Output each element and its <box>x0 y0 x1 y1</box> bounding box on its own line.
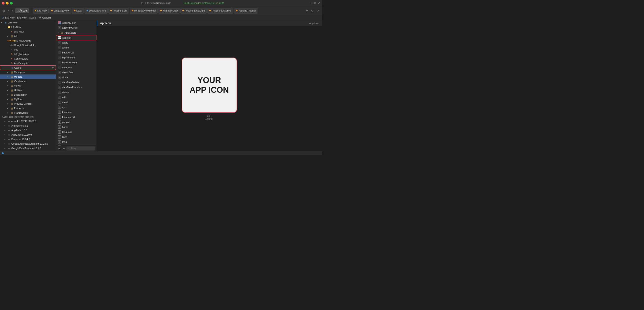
breadcrumb-appicon[interactable]: ⊟ AppIcon <box>39 16 51 19</box>
sidebar-item-lifenewapp[interactable]: S Life_NewApp <box>0 52 56 56</box>
asset-item-google[interactable]: ◉ google <box>56 120 96 125</box>
split-icon[interactable]: ⧉ <box>314 1 316 5</box>
tab-local[interactable]: Local <box>72 8 84 13</box>
tab-myspaceview[interactable]: MySpaceView <box>158 8 180 13</box>
image-icon: ✕ <box>58 76 61 79</box>
asset-item-language[interactable]: ◻ language <box>56 130 96 135</box>
nav-forward-button[interactable]: › <box>11 8 14 13</box>
asset-item-bgpremium[interactable]: — bgPremium <box>56 55 96 60</box>
sidebar-item-googlemobileads[interactable]: ◈ GoogleMobileAds 11.3.0 <box>0 151 56 151</box>
asset-item-lines[interactable]: — lines <box>56 135 96 140</box>
asset-item-addwithcircle[interactable]: ⊕ addWithCircle <box>56 25 96 30</box>
pkg-icon: ◈ <box>8 129 10 132</box>
status-indicator <box>2 152 4 154</box>
sidebar-item-preview-content[interactable]: ▤ Preview Content <box>0 102 56 106</box>
asset-item-appcolors[interactable]: ▸ ▤ AppColors <box>56 30 96 35</box>
sidebar-item-lifenew-swift[interactable]: S Life-New <box>0 29 56 34</box>
sidebar-item-products[interactable]: ▤ Products <box>0 106 56 111</box>
sidebar-item-info[interactable]: i Info <box>0 47 56 52</box>
sidebar-item-alamofire[interactable]: ◈ Alamofire 5.9.1 <box>0 123 56 128</box>
appicon-text-line1: YOUR <box>198 75 221 85</box>
sidebar-item-assets[interactable]: ◻ Assets M <box>0 65 56 70</box>
asset-item-article[interactable]: ◻ article <box>56 45 96 50</box>
sidebar-item-appdelegate[interactable]: S AppDelegate <box>0 61 56 65</box>
expand-arrow <box>7 80 10 82</box>
breadcrumb-lifenew1[interactable]: Life-New <box>5 16 14 19</box>
image-icon: — <box>58 51 61 54</box>
close-button[interactable] <box>2 2 4 4</box>
asset-item-bluepremium[interactable]: — bluePremium <box>56 60 96 65</box>
add-tab-icon[interactable]: + <box>310 1 312 5</box>
asset-item-darkbluedelete[interactable]: ◻ darkBlueDelete <box>56 80 96 85</box>
pkg-icon: ◈ <box>8 120 10 123</box>
tab-poppins-light[interactable]: Poppins-Light <box>108 8 129 13</box>
minimize-button[interactable] <box>6 2 8 4</box>
sidebar-item-firebase[interactable]: ◈ Firebase 10.24.0 <box>0 137 56 142</box>
asset-item-appicon[interactable]: APP AppIcon <box>56 35 96 40</box>
nav-back-button[interactable]: ‹ <box>7 8 10 13</box>
asset-item-accentcolor[interactable]: AccentColor <box>56 20 96 25</box>
tab-poppins-extrabold[interactable]: Poppins-ExtraBold <box>207 8 234 13</box>
image-icon: ◻ <box>58 96 61 99</box>
fullscreen-icon[interactable]: ⤢ <box>318 1 320 5</box>
remove-asset-button[interactable]: − <box>62 147 66 150</box>
asset-item-email[interactable]: ◻ email <box>56 100 96 105</box>
tab-localizable[interactable]: Localizable (en) <box>84 8 108 13</box>
sidebar-item-contentview[interactable]: S ContentView <box>0 56 56 61</box>
sidebar-item-googleappmeasurement[interactable]: ◈ GoogleAppMeasurement 10.24.0 <box>0 142 56 146</box>
filter-icon: ⌕ <box>68 147 69 150</box>
add-asset-button[interactable]: + <box>58 147 61 150</box>
split-view-button[interactable]: ⧉ <box>310 8 315 13</box>
square-icon[interactable]: ⊡ <box>141 1 144 5</box>
toolbar-separator <box>31 8 31 13</box>
sidebar-item-localization[interactable]: ▤ Localization <box>0 93 56 97</box>
sidebar-item-views[interactable]: ▤ Views <box>0 83 56 88</box>
tab-life-new[interactable]: Life-New <box>33 8 48 13</box>
maximize-button[interactable] <box>10 2 13 4</box>
sidebar-item-appauth[interactable]: ◈ AppAuth 1.7.5 <box>0 128 56 133</box>
sidebar-item-frameworks[interactable]: ▤ Frameworks <box>0 111 56 115</box>
add-tab-button[interactable]: + <box>305 8 309 13</box>
tab-poppins-extralight[interactable]: Poppins-ExtraLight <box>180 8 207 13</box>
sidebar-item-viewmodel[interactable]: ▤ ViewModel <box>0 79 56 83</box>
sidebar-item-abseil[interactable]: ◈ abseil 1.2024011601.1 <box>0 119 56 123</box>
zoom-button[interactable]: ⤢ <box>316 8 321 13</box>
breadcrumb-lifenew2[interactable]: Life-New <box>17 16 26 19</box>
breadcrumb-assets[interactable]: Assets <box>29 16 36 19</box>
asset-item-category[interactable]: ◻ category <box>56 65 96 70</box>
sidebar-item-lifenew-folder[interactable]: 📁 Life-New <box>0 25 56 29</box>
asset-item-backarrow[interactable]: — backArrow <box>56 50 96 55</box>
sidebar-item-googleservice[interactable]: plist GoogleService-Info <box>0 43 56 47</box>
asset-item-favouritefill[interactable]: ◻ favouriteFill <box>56 115 96 120</box>
tab-languageview[interactable]: LanguageView <box>49 8 71 13</box>
sidebar-item-ad[interactable]: ▤ Ad <box>0 34 56 38</box>
asset-item-delete[interactable]: ◻ delete <box>56 90 96 95</box>
sidebar-item-myfont[interactable]: ▤ MyFont <box>0 97 56 102</box>
asset-item-eye[interactable]: ◻ eye <box>56 105 96 110</box>
image-icon: — <box>58 86 61 89</box>
modified-badge: M <box>52 67 54 69</box>
toolbar: ⊞ ‹ › ◻ Assets Life-New LanguageView Loc… <box>0 6 322 15</box>
tab-myspaceviewmodel[interactable]: MySpaceViewModel <box>130 8 158 13</box>
sidebar-item-appcheck[interactable]: ◈ AppCheck 10.19.0 <box>0 133 56 137</box>
asset-item-home[interactable]: ◻ home <box>56 125 96 130</box>
traffic-lights <box>2 2 13 4</box>
filter-input[interactable] <box>70 147 94 151</box>
sidebar-toggle-button[interactable]: ⊞ <box>1 8 6 13</box>
asset-item-edit[interactable]: ◻ edit <box>56 95 96 100</box>
sidebar-item-managers[interactable]: ▤ Managers <box>0 70 56 74</box>
sidebar-item-debug[interactable]: xcassets Life-NewDebug <box>0 38 56 43</box>
asset-item-favourite[interactable]: ◻ favourite <box>56 110 96 115</box>
asset-item-logo[interactable]: ◻ logo <box>56 140 96 145</box>
no-arrow <box>7 44 10 46</box>
sidebar-item-utilities[interactable]: ▤ Utilities <box>0 88 56 93</box>
asset-item-apple[interactable]: ◻ apple <box>56 40 96 45</box>
sidebar-item-models[interactable]: ▤ Models <box>0 74 56 79</box>
asset-item-darkbluepremium[interactable]: — darkBluePremium <box>56 85 96 90</box>
asset-item-close[interactable]: ✕ close <box>56 75 96 80</box>
sidebar-item-root[interactable]: ⊞ Life-New <box>0 20 56 25</box>
asset-item-checkbox[interactable]: ☑ checkBox <box>56 70 96 75</box>
assets-tab-button[interactable]: ◻ Assets <box>15 8 29 13</box>
sidebar-item-googledatatransport[interactable]: ◈ GoogleDataTransport 9.4.0 <box>0 146 56 151</box>
tab-poppins-regular[interactable]: Poppins-Regular <box>234 8 258 13</box>
